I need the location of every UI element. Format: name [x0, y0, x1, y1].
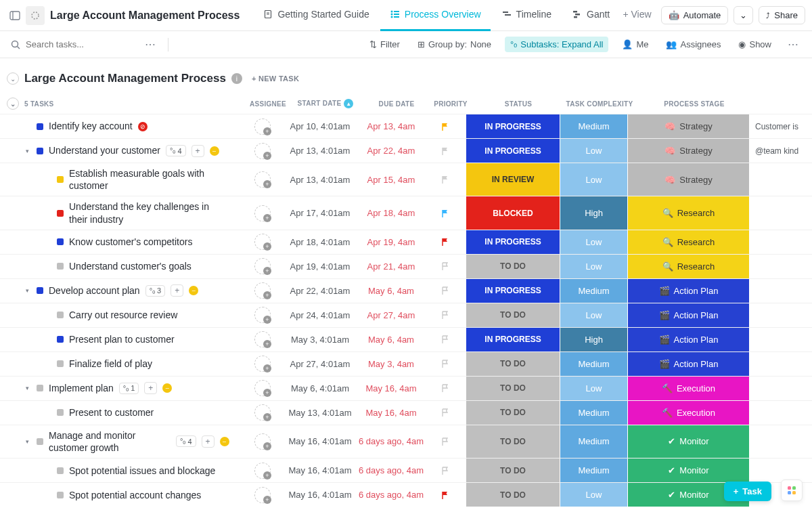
tab-process-overview[interactable]: Process Overview	[380, 0, 491, 31]
complexity-cell[interactable]: Medium	[560, 279, 628, 303]
priority-cell[interactable]	[425, 377, 466, 400]
due-date-cell[interactable]: 6 days ago, 4am	[357, 458, 425, 482]
status-box-icon[interactable]	[57, 312, 64, 318]
extra-cell[interactable]	[750, 196, 812, 229]
due-date-cell[interactable]: May 6, 4am	[357, 328, 425, 351]
extra-cell[interactable]	[750, 328, 812, 351]
stage-cell[interactable]: 🧠Strategy	[628, 139, 750, 163]
complexity-cell[interactable]: Medium	[560, 425, 628, 458]
start-date-cell[interactable]: May 3, 4:01am	[283, 328, 357, 351]
due-date-cell[interactable]: 6 days ago, 4am	[357, 425, 425, 458]
start-date-cell[interactable]: Apr 22, 4:01am	[283, 279, 357, 303]
assignee-add-icon[interactable]	[254, 433, 271, 450]
assignee-add-icon[interactable]	[254, 171, 271, 188]
start-date-cell[interactable]: Apr 13, 4:01am	[283, 139, 357, 163]
task-name[interactable]: Manage and monitor customer growth	[49, 425, 171, 458]
extra-cell[interactable]	[750, 279, 812, 303]
apps-fab[interactable]	[781, 479, 803, 501]
expand-toggle-icon[interactable]: ▾	[23, 438, 31, 445]
expand-toggle-icon[interactable]: ▾	[23, 385, 31, 391]
extra-cell[interactable]	[750, 401, 812, 425]
status-box-icon[interactable]	[57, 409, 64, 416]
expand-toggle-icon[interactable]: ▾	[23, 148, 31, 154]
due-date-cell[interactable]: Apr 27, 4am	[357, 303, 425, 327]
task-name[interactable]: Present plan to customer	[69, 329, 175, 349]
extra-cell[interactable]	[750, 377, 812, 400]
status-cell[interactable]: IN PROGRESS	[466, 328, 560, 351]
task-name[interactable]: Know customer's competitors	[69, 232, 192, 252]
tab-gantt-chart[interactable]: Gantt Chart	[562, 0, 613, 31]
priority-cell[interactable]	[425, 196, 466, 229]
add-subtask-button[interactable]: +	[144, 382, 157, 394]
due-date-cell[interactable]: Apr 13, 4am	[357, 114, 425, 138]
status-box-icon[interactable]	[57, 238, 64, 245]
me-filter[interactable]: 👤Me	[618, 37, 652, 52]
complexity-cell[interactable]: Low	[560, 483, 628, 507]
assignee-add-icon[interactable]	[254, 143, 271, 159]
due-date-cell[interactable]: Apr 18, 4am	[357, 196, 425, 229]
priority-cell[interactable]	[425, 483, 466, 507]
task-name[interactable]: Spot potential account changes	[69, 485, 201, 505]
priority-cell[interactable]	[425, 230, 466, 254]
status-cell[interactable]: TO DO	[466, 425, 560, 458]
assignee-add-icon[interactable]	[254, 119, 271, 135]
add-view-button[interactable]: + View	[616, 0, 658, 31]
group-collapse-toggle[interactable]: ⌄	[7, 72, 19, 85]
priority-cell[interactable]	[425, 401, 466, 425]
task-name[interactable]: Spot potential issues and blockage	[69, 461, 215, 481]
priority-cell[interactable]	[425, 255, 466, 278]
start-date-cell[interactable]: May 16, 4:01am	[283, 483, 357, 507]
share-button[interactable]: ⤴ Share	[759, 6, 805, 24]
status-cell[interactable]: TO DO	[466, 255, 560, 278]
subtasks-toggle[interactable]: °₀Subtasks: Expand All	[505, 37, 608, 52]
priority-cell[interactable]	[425, 458, 466, 482]
stage-cell[interactable]: 🔨Execution	[628, 401, 750, 425]
due-date-cell[interactable]: May 16, 4am	[357, 401, 425, 425]
extra-cell[interactable]	[750, 303, 812, 327]
due-date-cell[interactable]: May 16, 4am	[357, 377, 425, 400]
col-status[interactable]: STATUS	[471, 100, 566, 108]
status-cell[interactable]: TO DO	[466, 483, 560, 507]
status-box-icon[interactable]	[37, 123, 43, 130]
due-date-cell[interactable]: Apr 21, 4am	[357, 255, 425, 278]
assignee-add-icon[interactable]	[254, 205, 271, 221]
task-name[interactable]: Carry out resource review	[69, 305, 177, 325]
col-start-date[interactable]: START DATE▲	[288, 99, 363, 108]
status-cell[interactable]: IN PROGRESS	[466, 139, 560, 163]
task-name[interactable]: Present to customer	[69, 402, 154, 423]
status-box-icon[interactable]	[37, 148, 43, 154]
complexity-cell[interactable]: Medium	[560, 114, 628, 138]
status-box-icon[interactable]	[57, 176, 64, 183]
assignee-add-icon[interactable]	[254, 282, 271, 299]
due-date-cell[interactable]: 6 days ago, 4am	[357, 483, 425, 507]
start-date-cell[interactable]: May 16, 4:01am	[283, 425, 357, 458]
search-more-icon[interactable]: ⋯	[142, 38, 158, 51]
col-complexity[interactable]: TASK COMPLEXITY	[566, 100, 633, 108]
complexity-cell[interactable]: Medium	[560, 401, 628, 425]
task-name[interactable]: Identify key account	[49, 116, 133, 136]
status-box-icon[interactable]	[37, 438, 43, 445]
complexity-cell[interactable]: Low	[560, 163, 628, 196]
assignee-add-icon[interactable]	[254, 380, 271, 396]
task-name[interactable]: Establish measurable goals with customer	[69, 163, 218, 196]
col-assignee[interactable]: ASSIGNEE	[248, 100, 288, 108]
task-name[interactable]: Finalize field of play	[69, 354, 152, 374]
assignee-add-icon[interactable]	[254, 331, 271, 347]
subtask-count-badge[interactable]: °₀4	[166, 145, 186, 156]
priority-cell[interactable]	[425, 303, 466, 327]
status-box-icon[interactable]	[37, 385, 43, 391]
stage-cell[interactable]: 🔨Execution	[628, 377, 750, 400]
status-cell[interactable]: TO DO	[466, 352, 560, 376]
start-date-cell[interactable]: Apr 10, 4:01am	[283, 114, 357, 138]
extra-cell[interactable]	[750, 352, 812, 376]
filter-button[interactable]: ⇅Filter	[365, 37, 404, 52]
search-input[interactable]	[26, 39, 107, 49]
stage-cell[interactable]: 🎬Action Plan	[628, 352, 750, 376]
task-name[interactable]: Understand customer's goals	[69, 256, 191, 276]
status-cell[interactable]: IN PROGRESS	[466, 230, 560, 254]
complexity-cell[interactable]: Low	[560, 255, 628, 278]
stage-cell[interactable]: ✔Monitor	[628, 425, 750, 458]
priority-cell[interactable]	[425, 425, 466, 458]
status-box-icon[interactable]	[57, 360, 64, 367]
tab-getting-started-guide[interactable]: Getting Started Guide	[253, 0, 378, 31]
